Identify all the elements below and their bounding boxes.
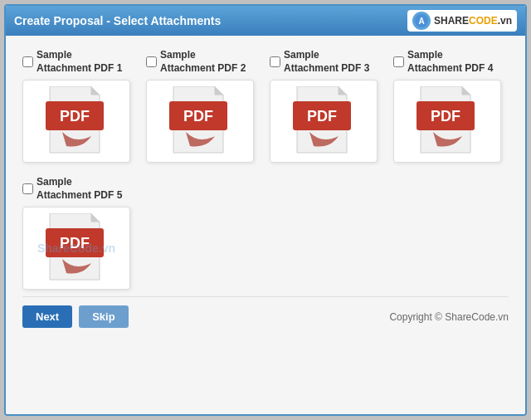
svg-marker-11 [339, 86, 347, 95]
pdf-icon-1: PDF [46, 86, 108, 157]
pdf-thumb-5: PDF ShareCode.vn [22, 207, 130, 290]
svg-marker-7 [215, 86, 223, 95]
attachment-label-1[interactable]: SampleAttachment PDF 1 [22, 49, 122, 75]
content-area: SampleAttachment PDF 1 PDF [6, 36, 525, 414]
main-window: Create Proposal - Select Attachments A S… [4, 4, 527, 416]
attachment-label-3[interactable]: SampleAttachment PDF 3 [270, 49, 369, 75]
pdf-icon-3: PDF [293, 86, 355, 157]
pdf-thumb-1: PDF [22, 80, 130, 163]
logo: A SHARECODE.vn [407, 10, 517, 32]
attachment-row-2: SampleAttachment PDF 5 PDF ShareCode.vn [22, 176, 509, 290]
attachment-label-2[interactable]: SampleAttachment PDF 2 [146, 49, 246, 75]
logo-icon: A [412, 12, 431, 30]
attachment-checkbox-4[interactable] [393, 56, 404, 67]
copyright-text: Copyright © ShareCode.vn [389, 311, 509, 323]
attachment-checkbox-2[interactable] [146, 56, 157, 67]
pdf-thumb-4: PDF [393, 80, 501, 163]
footer: Next Skip Copyright © ShareCode.vn [22, 296, 509, 331]
svg-text:PDF: PDF [183, 108, 213, 125]
svg-text:PDF: PDF [60, 235, 90, 252]
svg-marker-15 [462, 86, 470, 95]
attachment-checkbox-3[interactable] [270, 56, 280, 67]
footer-buttons: Next Skip [22, 305, 129, 328]
attachment-item-2: SampleAttachment PDF 2 PDF [146, 49, 261, 163]
pdf-icon-5: PDF [46, 213, 108, 284]
svg-text:PDF: PDF [60, 108, 90, 125]
svg-text:A: A [418, 17, 424, 26]
titlebar: Create Proposal - Select Attachments A S… [6, 6, 525, 36]
attachment-item-5: SampleAttachment PDF 5 PDF ShareCode.vn [22, 176, 139, 290]
pdf-icon-2: PDF [169, 86, 231, 157]
svg-marker-3 [91, 86, 100, 95]
attachment-item-4: SampleAttachment PDF 4 PDF [393, 49, 509, 163]
attachment-checkbox-1[interactable] [22, 56, 33, 67]
pdf-thumb-3: PDF [270, 80, 378, 163]
pdf-thumb-2: PDF [146, 80, 254, 163]
svg-text:PDF: PDF [307, 108, 337, 125]
attachment-item-3: SampleAttachment PDF 3 PDF [270, 49, 385, 163]
svg-text:PDF: PDF [431, 108, 460, 125]
attachment-label-5[interactable]: SampleAttachment PDF 5 [22, 176, 122, 202]
page-title: Create Proposal - Select Attachments [14, 14, 221, 27]
svg-marker-19 [91, 213, 100, 222]
logo-text: SHARECODE.vn [434, 15, 512, 27]
next-button[interactable]: Next [22, 305, 72, 328]
attachment-checkbox-5[interactable] [22, 183, 33, 194]
attachment-item-1: SampleAttachment PDF 1 PDF [22, 49, 138, 163]
pdf-icon-4: PDF [417, 86, 479, 157]
skip-button[interactable]: Skip [79, 305, 128, 328]
attachment-row-1: SampleAttachment PDF 1 PDF [22, 49, 509, 163]
attachment-label-4[interactable]: SampleAttachment PDF 4 [393, 49, 493, 75]
